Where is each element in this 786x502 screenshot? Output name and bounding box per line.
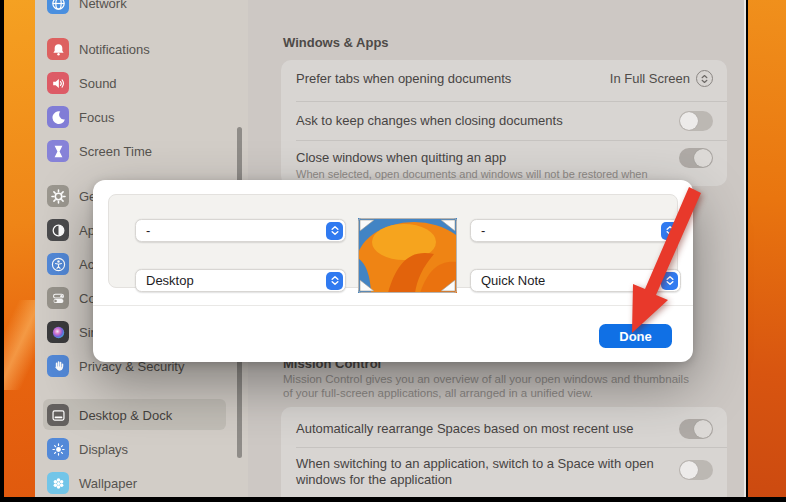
sidebar-item-label: Network [79, 0, 127, 11]
switch-space-label-line1: When switching to an application, switch… [296, 456, 654, 472]
hand-icon [47, 355, 69, 377]
hot-corners-panel: - Desktop - Quick Note [108, 194, 678, 288]
siri-icon [47, 321, 69, 343]
divider [296, 140, 727, 141]
sidebar-item-label: Displays [79, 442, 128, 457]
bottom-right-corner-dropdown[interactable]: Quick Note [470, 269, 681, 292]
gear-icon [47, 185, 69, 207]
prefer-tabs-select[interactable]: In Full Screen [610, 70, 713, 87]
sidebar-item-label: Focus [79, 110, 114, 125]
moon-icon [47, 106, 69, 128]
top-right-corner-value: - [481, 223, 485, 238]
speaker-icon [47, 72, 69, 94]
sidebar-item-displays[interactable]: Displays [47, 434, 242, 464]
flower-icon [47, 472, 69, 494]
section-title-windows-apps: Windows & Apps [283, 35, 389, 50]
rearrange-spaces-label: Automatically rearrange Spaces based on … [296, 421, 633, 436]
close-windows-toggle[interactable] [679, 148, 713, 168]
mission-control-card: Automatically rearrange Spaces based on … [281, 407, 727, 497]
divider [296, 447, 727, 448]
bottom-left-corner-value: Desktop [146, 273, 194, 288]
top-left-corner-value: - [146, 223, 150, 238]
ask-keep-changes-label: Ask to keep changes when closing documen… [296, 113, 563, 128]
done-button[interactable]: Done [599, 324, 672, 348]
globe-icon [47, 0, 69, 14]
switch-space-label: When switching to an application, switch… [296, 456, 654, 488]
sidebar-item-label: Wallpaper [79, 476, 137, 491]
top-right-corner-dropdown[interactable]: - [470, 219, 681, 242]
sidebar-item-label: Sound [79, 76, 117, 91]
switch-space-label-line2: windows for the application [296, 472, 654, 488]
rearrange-spaces-toggle[interactable] [679, 419, 713, 439]
sidebar-item-sound[interactable]: Sound [47, 68, 242, 98]
ask-keep-changes-toggle[interactable] [679, 111, 713, 131]
bottom-right-corner-value: Quick Note [481, 273, 545, 288]
sidebar-item-desktop-dock[interactable]: Desktop & Dock [47, 400, 242, 430]
toggle-knob [680, 112, 698, 130]
desktop-wallpaper-right [748, 0, 786, 497]
hot-corners-dialog: - Desktop - Quick Note [93, 180, 693, 362]
mission-control-description: Mission Control gives you an overview of… [283, 372, 689, 400]
sidebar-item-network[interactable]: Network [47, 0, 242, 18]
dock-icon [47, 404, 69, 426]
prefer-tabs-label: Prefer tabs when opening documents [296, 71, 511, 86]
dialog-separator [93, 305, 693, 306]
sidebar-item-focus[interactable]: Focus [47, 102, 242, 132]
switch-space-toggle[interactable] [679, 460, 713, 480]
prefer-tabs-value: In Full Screen [610, 71, 690, 86]
hourglass-icon [47, 140, 69, 162]
bell-icon [47, 38, 69, 60]
desktop-preview-thumbnail [358, 218, 457, 293]
toggle-knob [694, 149, 712, 167]
sun-icon [47, 438, 69, 460]
close-windows-label: Close windows when quitting an app [296, 150, 506, 165]
chevron-up-down-icon [326, 272, 343, 291]
bottom-left-corner-dropdown[interactable]: Desktop [135, 269, 346, 292]
toggle-knob [680, 461, 698, 479]
appearance-icon [47, 219, 69, 241]
sidebar-item-label: Desktop & Dock [79, 408, 172, 423]
chevron-up-down-icon [326, 222, 343, 241]
mission-control-description-line2: of your full-screen applications, all ar… [283, 386, 689, 400]
desktop-wallpaper-left [4, 0, 35, 497]
toggle-knob [694, 420, 712, 438]
sidebar-item-label: Screen Time [79, 144, 152, 159]
sidebar-item-screen-time[interactable]: Screen Time [47, 136, 242, 166]
chevron-up-down-icon [696, 70, 713, 87]
top-left-corner-dropdown[interactable]: - [135, 219, 346, 242]
mission-control-description-line1: Mission Control gives you an overview of… [283, 372, 689, 386]
windows-apps-card: Prefer tabs when opening documents In Fu… [281, 60, 727, 186]
sidebar-item-label: Notifications [79, 42, 150, 57]
toggles-icon [47, 287, 69, 309]
accessibility-icon [47, 253, 69, 275]
chevron-up-down-icon [661, 272, 678, 291]
close-windows-note: When selected, open documents and window… [296, 168, 648, 180]
sidebar-item-notifications[interactable]: Notifications [47, 34, 242, 64]
divider [296, 101, 727, 102]
chevron-up-down-icon [661, 222, 678, 241]
sidebar-item-wallpaper[interactable]: Wallpaper [47, 468, 242, 497]
